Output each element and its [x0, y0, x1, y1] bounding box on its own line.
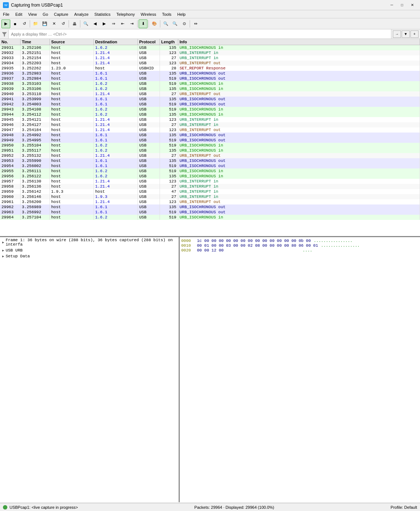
table-row[interactable]: 29963 3.256992 host 1.6.1 USB 519 URB_IS… [0, 210, 420, 215]
toolbar-btn-colorize[interactable]: 🎨 [150, 19, 159, 28]
cell-time: 3.256146 [20, 194, 50, 199]
toolbar-btn-first[interactable]: ⇤ [118, 19, 127, 28]
toolbar-btn-prev[interactable]: ◀ [91, 19, 99, 28]
table-row[interactable]: 29951 3.255117 host 1.6.2 USB 135 URB_IS… [0, 148, 420, 153]
table-row[interactable]: 29949 3.254995 host 1.6.1 USB 519 URB_IS… [0, 138, 420, 143]
toolbar-btn-autoscroll[interactable]: ⬇ [139, 19, 147, 28]
table-row[interactable]: 29936 3.252983 host 1.6.1 USB 135 URB_IS… [0, 71, 420, 76]
table-row[interactable]: 29931 3.252106 host 1.6.2 USB 135 URB_IS… [0, 45, 420, 51]
detail-row[interactable]: ▶USB URB [0, 247, 179, 253]
table-row[interactable]: 29952 3.255132 host 1.21.4 USB 27 URB_IN… [0, 153, 420, 158]
table-row[interactable]: 29947 3.254184 host 1.21.4 USB 123 URB_I… [0, 127, 420, 133]
menu-item-file[interactable]: File [0, 10, 12, 18]
table-row[interactable]: 29964 3.257104 host 1.6.2 USB 519 URB_IS… [0, 215, 420, 220]
menu-item-analyze[interactable]: Analyze [71, 10, 91, 18]
toolbar-btn-restart[interactable]: ↺ [20, 19, 29, 28]
table-row[interactable]: 29950 3.255104 host 1.6.2 USB 519 URB_IS… [0, 143, 420, 148]
cell-no: 29931 [0, 45, 20, 51]
cell-protocol: USB [138, 199, 160, 204]
toolbar-btn-reload[interactable]: ↺ [59, 19, 67, 28]
toolbar-btn-reset[interactable]: ⊙ [180, 19, 189, 28]
table-row[interactable]: 29948 3.254992 host 1.6.1 USB 135 URB_IS… [0, 133, 420, 138]
menu-item-capture[interactable]: Capture [51, 10, 71, 18]
table-row[interactable]: 29933 3.252154 host 1.21.4 USB 27 URB_IN… [0, 55, 420, 61]
toolbar-btn-save[interactable]: 💾 [40, 19, 49, 28]
table-row[interactable]: 29942 3.254003 host 1.6.1 USB 519 URB_IS… [0, 102, 420, 107]
table-row[interactable]: 29937 3.252984 host 1.6.1 USB 519 URB_IS… [0, 76, 420, 81]
toolbar-btn-goto[interactable]: ⇒ [109, 19, 118, 28]
table-row[interactable]: 29940 3.253110 host 1.21.4 USB 27 URB_IN… [0, 91, 420, 97]
cell-protocol: USB [138, 148, 160, 153]
table-row[interactable]: 29941 3.253999 host 1.6.1 USB 135 URB_IS… [0, 97, 420, 102]
table-row[interactable]: 29946 3.254127 host 1.21.4 USB 27 URB_IN… [0, 122, 420, 127]
toolbar-btn-open[interactable]: 📁 [31, 19, 40, 28]
col-header-no[interactable]: No. [0, 39, 20, 45]
table-row[interactable]: 29961 3.256200 host 1.21.4 USB 123 URB_I… [0, 199, 420, 204]
table-row[interactable]: 29959 3.256142 1.9.3 host USB 47 URB_INT… [0, 189, 420, 194]
cell-info: URB_ISOCHRONOUS out [178, 204, 420, 210]
table-row[interactable]: 29955 3.256111 host 1.6.2 USB 519 URB_IS… [0, 168, 420, 174]
menu-item-help[interactable]: Help [174, 10, 189, 18]
col-header-info[interactable]: Info [178, 39, 420, 45]
cell-no: 29964 [0, 215, 20, 220]
cell-source: host [50, 122, 94, 127]
filter-input[interactable] [9, 31, 391, 37]
menu-item-wireless[interactable]: Wireless [138, 10, 159, 18]
cell-protocol: USB [138, 133, 160, 138]
detail-row[interactable]: ▶Setup Data [0, 253, 179, 259]
col-header-protocol[interactable]: Protocol [138, 39, 160, 45]
table-row[interactable]: 29932 3.252151 host 1.21.4 USB 123 URB_I… [0, 50, 420, 55]
toolbar-btn-next[interactable]: ▶ [100, 19, 109, 28]
filter-bookmark-button[interactable]: ▼ [402, 30, 410, 38]
toolbar-btn-find[interactable]: 🔍 [81, 19, 90, 28]
table-row[interactable]: 29954 3.256002 host 1.6.1 USB 519 URB_IS… [0, 163, 420, 168]
maximize-button[interactable]: □ [397, 1, 407, 9]
cell-destination: 1.6.2 [94, 107, 138, 112]
cell-length: 519 [160, 81, 178, 86]
toolbar-btn-last[interactable]: ⇥ [127, 19, 136, 28]
toolbar-btn-zoomin[interactable]: 🔍 [161, 19, 170, 28]
col-header-time[interactable]: Time [20, 39, 50, 45]
cell-protocol: USB [138, 215, 160, 220]
hex-panel[interactable]: 00001c 00 00 00 00 00 00 00 00 00 00 00 … [180, 237, 420, 502]
filter-add-button[interactable]: + [410, 30, 419, 38]
packet-list[interactable]: No. Time Source Destination Protocol Len… [0, 39, 420, 237]
cell-source: host [50, 184, 94, 189]
toolbar-btn-stop[interactable]: ■ [11, 19, 19, 28]
table-row[interactable]: 29945 3.254121 host 1.21.4 USB 123 URB_I… [0, 117, 420, 122]
col-header-destination[interactable]: Destination [94, 39, 138, 45]
menu-item-view[interactable]: View [25, 10, 40, 18]
cell-destination: 1.6.1 [94, 158, 138, 163]
menu-item-tools[interactable]: Tools [159, 10, 175, 18]
detail-row[interactable]: ▶Frame 1: 36 bytes on wire (288 bits), 3… [0, 237, 179, 247]
menu-item-edit[interactable]: Edit [12, 10, 25, 18]
toolbar-btn-start[interactable]: ▶ [1, 19, 10, 28]
detail-panel[interactable]: ▶Frame 1: 36 bytes on wire (288 bits), 3… [0, 237, 180, 502]
minimize-button[interactable]: ─ [387, 1, 397, 9]
table-row[interactable]: 29962 3.256989 host 1.6.1 USB 135 URB_IS… [0, 204, 420, 210]
col-header-source[interactable]: Source [50, 39, 94, 45]
toolbar-btn-zoomout[interactable]: 🔍 [171, 19, 179, 28]
toolbar-btn-print[interactable]: 🖶 [70, 19, 79, 28]
table-row[interactable]: 29957 3.256130 host 1.21.4 USB 123 URB_I… [0, 179, 420, 184]
menu-item-statistics[interactable]: Statistics [91, 10, 113, 18]
table-row[interactable]: 29960 3.256146 host 1.9.3 USB 27 URB_INT… [0, 194, 420, 199]
close-button[interactable]: ✕ [408, 1, 417, 9]
table-row[interactable]: 29956 3.256122 host 1.6.2 USB 135 URB_IS… [0, 174, 420, 179]
table-row[interactable]: 29935 3.252262 1.23.0 host USBHID 28 SET… [0, 66, 420, 71]
table-row[interactable]: 29944 3.254112 host 1.6.2 USB 135 URB_IS… [0, 112, 420, 117]
filter-arrow-button[interactable]: → [393, 30, 401, 38]
table-row[interactable]: 29939 3.253106 host 1.6.2 USB 135 URB_IS… [0, 86, 420, 91]
table-row[interactable]: 29958 3.256136 host 1.21.4 USB 27 URB_IN… [0, 184, 420, 189]
toolbar-btn-close[interactable]: ✕ [50, 19, 58, 28]
table-row[interactable]: 29934 3.252203 host 1.21.4 USB 123 URB_I… [0, 61, 420, 66]
table-row[interactable]: 29938 3.253103 host 1.6.2 USB 519 URB_IS… [0, 81, 420, 86]
table-row[interactable]: 29943 3.254108 host 1.6.2 USB 519 URB_IS… [0, 107, 420, 112]
cell-protocol: USB [138, 112, 160, 117]
cell-protocol: USB [138, 153, 160, 158]
menu-item-telephony[interactable]: Telephony [113, 10, 138, 18]
col-header-length[interactable]: Length [160, 39, 178, 45]
toolbar-btn-resize[interactable]: ⇔ [191, 19, 200, 28]
table-row[interactable]: 29953 3.255990 host 1.6.1 USB 135 URB_IS… [0, 158, 420, 163]
menu-item-go[interactable]: Go [40, 10, 51, 18]
